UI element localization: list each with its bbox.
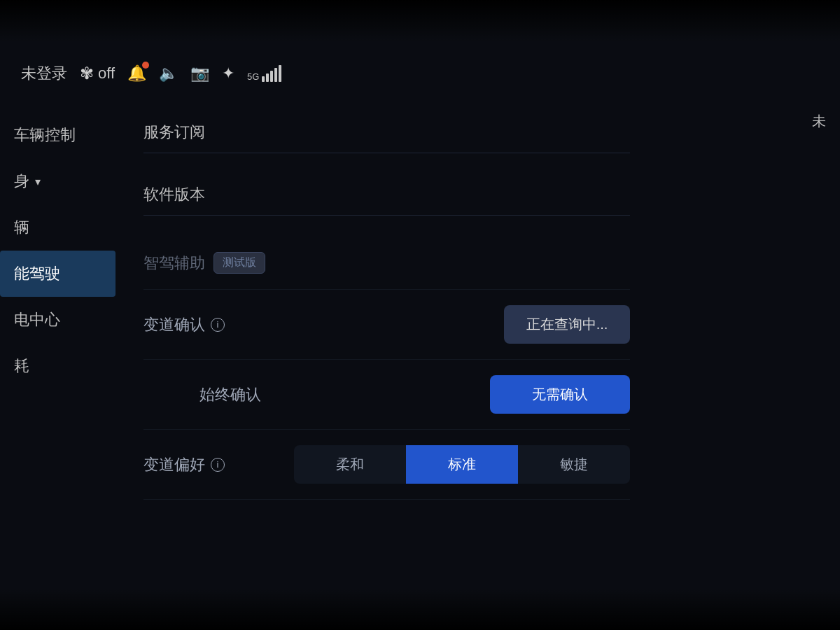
sidebar-label-self: 身 [14, 171, 29, 192]
always-confirm-toggle-group: 无需确认 [490, 375, 630, 414]
sidebar-item-consumption[interactable]: 耗 [0, 343, 115, 389]
query-status-button[interactable]: 正在查询中... [504, 305, 630, 344]
right-panel: 未 [658, 105, 840, 588]
no-confirm-button[interactable]: 无需确认 [490, 375, 630, 414]
sidebar-item-vehicle-control[interactable]: 车辆控制 [0, 112, 115, 158]
always-confirm-row: 始终确认 无需确认 [144, 360, 630, 430]
right-panel-text: 未 [812, 112, 826, 131]
sidebar: 车辆控制 身 ▾ 辆 能驾驶 电中心 耗 [0, 105, 115, 588]
sidebar-label-charge-center: 电中心 [14, 309, 60, 330]
sidebar-item-vehicle[interactable]: 辆 [0, 204, 115, 251]
always-confirm-label: 始终确认 [200, 384, 312, 405]
sidebar-label-consumption: 耗 [14, 356, 29, 377]
lane-change-pref-toggle-group: 柔和 标准 敏捷 [294, 445, 630, 484]
signal-bars [262, 65, 281, 82]
smart-assist-label: 智驾辅助 [144, 253, 205, 274]
smart-assist-badge: 测试版 [214, 252, 265, 274]
sidebar-label-vehicle-control: 车辆控制 [14, 125, 76, 146]
main-layout: 车辆控制 身 ▾ 辆 能驾驶 电中心 耗 服务订阅 软件版本 智 [0, 105, 840, 588]
lane-change-pref-info-icon[interactable]: i [211, 458, 225, 472]
sidebar-label-vehicle: 辆 [14, 217, 29, 238]
service-subscription-section: 服务订阅 [144, 112, 630, 153]
lane-change-pref-row: 变道偏好 i 柔和 标准 敏捷 [144, 430, 630, 500]
fan-icon: ✾ off [80, 64, 115, 83]
always-confirm-controls: 无需确认 [312, 375, 630, 414]
lane-change-confirm-info-icon[interactable]: i [211, 318, 225, 332]
lane-change-pref-controls: 柔和 标准 敏捷 [255, 445, 630, 484]
standard-button[interactable]: 标准 [406, 445, 518, 484]
chevron-down-icon: ▾ [35, 175, 41, 188]
sidebar-label-smart-drive: 能驾驶 [14, 263, 60, 284]
software-version-section: 软件版本 [144, 174, 630, 216]
status-bar: 未登录 ✾ off 🔔 🔈 📷 ✦ 5G [0, 56, 840, 91]
lane-change-pref-label: 变道偏好 i [144, 454, 255, 475]
sidebar-item-smart-drive[interactable]: 能驾驶 [0, 251, 115, 297]
software-version-title: 软件版本 [144, 174, 630, 216]
agile-button[interactable]: 敏捷 [518, 445, 630, 484]
bluetooth-icon[interactable]: ✦ [222, 64, 234, 83]
smart-assist-row: 智驾辅助 测试版 [144, 237, 630, 290]
lane-change-confirm-controls: 正在查询中... [255, 305, 630, 344]
content-area: 服务订阅 软件版本 智驾辅助 测试版 变道确认 i 正在查询中... 始终确认 [115, 105, 658, 588]
sidebar-item-charge-center[interactable]: 电中心 [0, 297, 115, 343]
signal-icon: 5G [247, 65, 281, 82]
fan-off-label: off [98, 64, 115, 83]
user-label: 未登录 [21, 63, 67, 84]
lane-change-confirm-row: 变道确认 i 正在查询中... [144, 290, 630, 360]
gentle-button[interactable]: 柔和 [294, 445, 406, 484]
volume-icon[interactable]: 🔈 [159, 64, 178, 83]
notification-dot [142, 62, 149, 69]
lane-change-confirm-label: 变道确认 i [144, 314, 255, 335]
camera-icon[interactable]: 📷 [190, 64, 209, 83]
service-subscription-title: 服务订阅 [144, 112, 630, 153]
bell-icon[interactable]: 🔔 [127, 64, 146, 83]
sidebar-item-self[interactable]: 身 ▾ [0, 158, 115, 204]
